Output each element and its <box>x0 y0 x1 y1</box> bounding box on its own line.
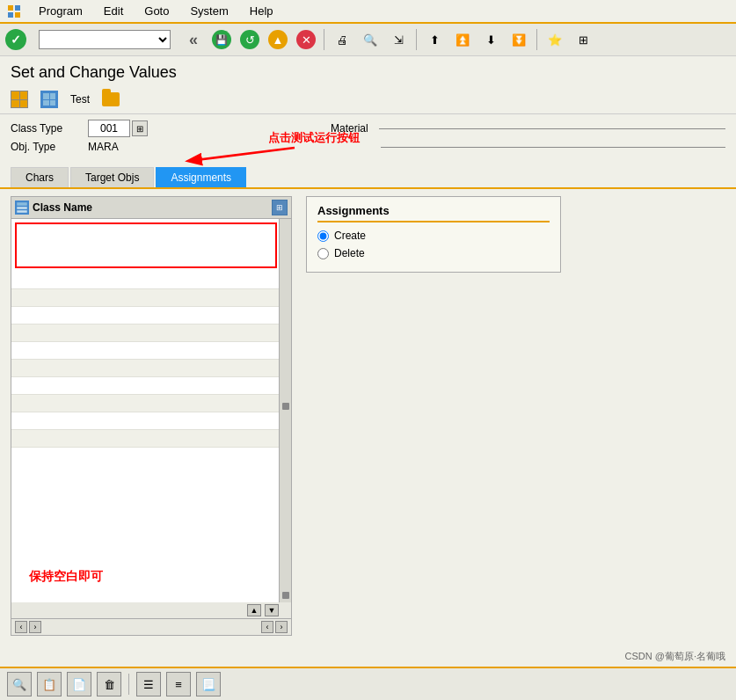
bottom-button[interactable]: ⏬ <box>506 27 531 52</box>
bottom-toolbar: 🔍 📋 📄 🗑 ☰ ≡ 📃 <box>0 667 736 700</box>
print-button[interactable]: 🖨 <box>330 27 354 52</box>
menu-program[interactable]: Program <box>35 3 86 19</box>
sub-toolbar: Test <box>0 85 736 114</box>
class-name-table: Class Name ⊞ 保持空白即可 <box>11 196 292 636</box>
table-row[interactable] <box>11 377 279 395</box>
scroll-thumb2 <box>282 592 289 599</box>
bottom-paste-btn[interactable]: 📄 <box>67 672 91 696</box>
form-area: Class Type ⊞ Material Obj. Type MARA <box>0 114 736 162</box>
folder-btn[interactable] <box>98 91 123 108</box>
class-type-label: Class Type <box>11 122 81 135</box>
menu-edit[interactable]: Edit <box>100 3 127 19</box>
page-title: Set and Change Values <box>11 63 725 82</box>
selected-class-row[interactable] <box>15 222 277 268</box>
tab-target-objs[interactable]: Target Objs <box>70 167 154 187</box>
assignments-box: Assignments Create Delete <box>306 196 561 273</box>
nav-next-btn[interactable]: › <box>275 621 288 633</box>
menu-bar: Program Edit Goto System Help <box>0 0 736 24</box>
bookmark-button[interactable]: ⭐ <box>543 27 567 52</box>
refresh-button[interactable]: ▲ <box>266 27 290 52</box>
table-row[interactable] <box>11 307 279 324</box>
main-toolbar: ✓ « 💾 ↺ ▲ ✕ 🖨 🔍 ⇲ ⬆ ⏫ ⬇ ⏬ ⭐ ⊞ <box>0 24 736 56</box>
table-header-icon <box>15 201 29 215</box>
table-bottom-nav: ‹ › ‹ › <box>11 618 291 635</box>
watermark: CSDN @葡萄原·名葡哦 <box>625 650 725 663</box>
svg-rect-2 <box>8 12 13 18</box>
keep-blank-annotation: 保持空白即可 <box>29 569 103 585</box>
class-type-field: ⊞ <box>88 120 148 137</box>
test-button[interactable]: Test <box>67 91 93 107</box>
class-type-lookup[interactable]: ⊞ <box>132 120 148 136</box>
ok-button[interactable]: ✓ <box>5 29 26 50</box>
table-row[interactable] <box>11 360 279 377</box>
create-radio[interactable] <box>317 230 329 242</box>
table-row[interactable] <box>11 324 279 342</box>
create-radio-row: Create <box>317 230 550 242</box>
obj-type-value: MARA <box>88 141 119 153</box>
scroll-up-btn[interactable]: ▲ <box>247 604 261 616</box>
bottom-doc-btn[interactable]: 📃 <box>196 672 221 696</box>
bottom-list2-btn[interactable]: ≡ <box>166 672 191 696</box>
assignments-panel: Assignments Create Delete <box>306 196 725 636</box>
bottom-list-btn[interactable]: ☰ <box>136 672 161 696</box>
tab-assignments[interactable]: Assignments <box>156 167 246 187</box>
tabs-area: Chars Target Objs Assignments <box>0 162 736 189</box>
tab-chars[interactable]: Chars <box>11 167 69 187</box>
svg-rect-7 <box>17 207 27 209</box>
right-nav: ‹ › <box>261 621 288 633</box>
scroll-thumb <box>282 403 289 410</box>
up-button[interactable]: ⬆ <box>422 27 447 52</box>
bottom-copy-btn[interactable]: 📋 <box>37 672 62 696</box>
top-button[interactable]: ⏫ <box>450 27 475 52</box>
nav-right-btn[interactable]: › <box>29 621 41 633</box>
table-row[interactable] <box>11 430 279 448</box>
material-label: Material <box>331 122 368 135</box>
obj-type-label: Obj. Type <box>11 141 81 153</box>
assignments-title: Assignments <box>317 204 550 222</box>
class-type-input[interactable] <box>88 120 130 137</box>
find-next-button[interactable]: ⇲ <box>386 27 411 52</box>
menu-help[interactable]: Help <box>246 3 277 19</box>
grid-btn-2[interactable] <box>37 89 62 110</box>
find-button[interactable]: 🔍 <box>358 27 383 52</box>
app-icon <box>7 4 21 18</box>
svg-rect-0 <box>8 5 13 11</box>
save-button[interactable]: 💾 <box>209 27 234 52</box>
nav-prev-btn[interactable]: ‹ <box>261 621 273 633</box>
vertical-scrollbar[interactable] <box>279 219 291 602</box>
page-title-area: Set and Change Values <box>0 56 736 85</box>
delete-radio-row: Delete <box>317 247 550 259</box>
table-header: Class Name ⊞ <box>11 197 291 219</box>
table-row[interactable] <box>11 412 279 430</box>
bottom-delete-btn[interactable]: 🗑 <box>97 672 121 696</box>
left-nav: ‹ › <box>15 621 41 633</box>
back-button[interactable]: « <box>181 27 206 52</box>
main-content: Class Name ⊞ 保持空白即可 <box>0 189 736 643</box>
delete-radio[interactable] <box>317 248 329 259</box>
command-dropdown[interactable] <box>39 30 171 49</box>
scroll-down-btn[interactable]: ▼ <box>265 604 279 616</box>
table-row[interactable] <box>11 395 279 412</box>
table-row[interactable] <box>11 272 279 289</box>
stop-button[interactable]: ✕ <box>294 27 318 52</box>
class-name-header: Class Name <box>33 201 268 214</box>
down-button[interactable]: ⬇ <box>478 27 503 52</box>
rewind-button[interactable]: ↺ <box>237 27 262 52</box>
svg-rect-1 <box>15 5 20 11</box>
delete-label: Delete <box>334 247 365 259</box>
svg-rect-8 <box>17 210 27 213</box>
menu-goto[interactable]: Goto <box>141 3 172 19</box>
create-label: Create <box>334 230 366 242</box>
menu-system[interactable]: System <box>186 3 231 19</box>
svg-rect-6 <box>17 202 27 206</box>
bottom-search-btn[interactable]: 🔍 <box>7 672 32 696</box>
table-row[interactable] <box>11 289 279 307</box>
nav-left-btn[interactable]: ‹ <box>15 621 27 633</box>
layout-button[interactable]: ⊞ <box>571 27 595 52</box>
column-config-btn[interactable]: ⊞ <box>272 200 288 215</box>
table-row[interactable] <box>11 342 279 360</box>
table-scroll-controls: ▲ ▼ <box>11 602 291 618</box>
grid-icon-1 <box>11 91 28 108</box>
svg-rect-3 <box>15 12 20 18</box>
grid-btn-1[interactable] <box>7 89 32 110</box>
